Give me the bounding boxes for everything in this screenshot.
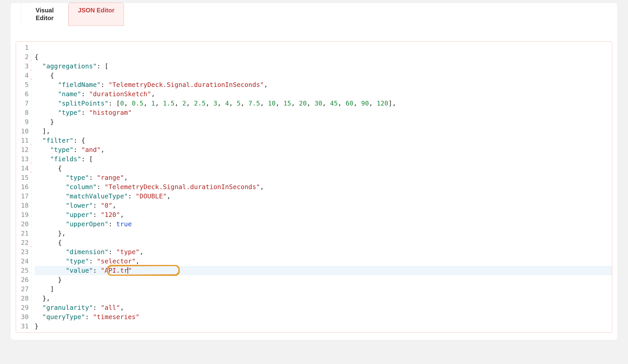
code-line[interactable]: "lower": "0", — [35, 201, 612, 210]
code-token: 30 — [315, 100, 322, 107]
code-token: "DOUBLE" — [136, 192, 167, 200]
code-token: "durationSketch" — [89, 90, 151, 98]
code-token — [35, 174, 66, 181]
code-token: "aggregations" — [42, 62, 97, 70]
code-line[interactable]: "type": "range", — [35, 173, 612, 182]
line-number: 28 — [16, 294, 31, 303]
code-token: "granularity" — [42, 304, 93, 311]
code-token: : — [81, 90, 89, 98]
code-line[interactable]: "value": "API.tr" — [35, 266, 612, 275]
code-token: } — [35, 276, 62, 284]
code-line[interactable]: "filter": { — [35, 136, 612, 145]
tab-visual-editor[interactable]: Visual Editor — [21, 3, 68, 26]
code-token: , — [241, 100, 248, 107]
code-token: }, — [35, 230, 66, 237]
code-line[interactable]: ] — [35, 285, 612, 294]
code-line[interactable]: "name": "durationSketch", — [35, 90, 612, 99]
code-token: , — [112, 202, 116, 209]
code-line[interactable]: }, — [35, 229, 612, 238]
code-line[interactable]: "type": "selector", — [35, 257, 612, 266]
code-token: : [ — [108, 100, 120, 107]
code-token: : — [128, 192, 136, 200]
code-token: 90 — [361, 100, 369, 107]
code-token: "type" — [50, 146, 73, 153]
editor-code-area[interactable]: { "aggregations": [ { "fieldName": "Tele… — [32, 42, 612, 333]
code-token: } — [35, 118, 54, 126]
editor-card: Visual Editor JSON Editor 12⌄3⌄4⌄5678910… — [10, 3, 618, 340]
line-number: 5 — [16, 80, 31, 90]
code-token: , — [143, 100, 151, 107]
tab-json-editor[interactable]: JSON Editor — [68, 3, 124, 26]
code-token: "upper" — [66, 211, 93, 219]
code-token: 7.5 — [248, 100, 260, 107]
code-line[interactable]: } — [35, 117, 612, 127]
code-token: : — [93, 304, 101, 311]
code-token: : — [89, 257, 97, 265]
code-token: 0.5 — [132, 100, 143, 107]
code-token: : [ — [97, 62, 108, 70]
code-line[interactable]: { — [35, 52, 612, 62]
code-line[interactable]: "column": "TelemetryDeck.Signal.duration… — [35, 182, 612, 192]
code-line[interactable]: }, — [35, 294, 612, 303]
code-token: , — [260, 183, 264, 191]
code-line[interactable]: "type": "histogram" — [35, 108, 612, 117]
code-token: 1 — [151, 100, 155, 107]
code-line[interactable]: "fields": [ — [35, 155, 612, 164]
code-token — [35, 220, 66, 228]
code-token: : — [74, 146, 81, 153]
code-line[interactable]: "dimension": "type", — [35, 247, 612, 257]
code-token: "selector" — [97, 257, 136, 265]
line-number: 18 — [16, 201, 31, 210]
code-line[interactable]: { — [35, 238, 612, 247]
code-token: : — [81, 109, 89, 116]
code-line[interactable]: { — [35, 164, 612, 173]
code-line[interactable]: "upper": "120", — [35, 210, 612, 220]
code-line[interactable]: "type": "and", — [35, 145, 612, 155]
code-token — [35, 100, 58, 107]
code-line[interactable]: { — [35, 71, 612, 80]
code-line[interactable]: "fieldName": "TelemetryDeck.Signal.durat… — [35, 80, 612, 90]
line-number: 12 — [16, 145, 31, 155]
code-token: "queryType" — [42, 313, 85, 321]
code-token — [35, 90, 58, 98]
code-line[interactable] — [35, 43, 612, 52]
code-line[interactable]: "aggregations": [ — [35, 62, 612, 71]
code-token: "all" — [101, 304, 120, 311]
line-number: 30 — [16, 312, 31, 322]
code-line[interactable]: "queryType": "timeseries" — [35, 312, 612, 322]
code-token: 20 — [299, 100, 307, 107]
code-token: "upperOpen" — [66, 220, 108, 228]
code-token: "type" — [66, 174, 89, 181]
tabs: Visual Editor JSON Editor — [21, 3, 617, 26]
code-line[interactable]: "matchValueType": "DOUBLE", — [35, 192, 612, 201]
json-code-editor[interactable]: 12⌄3⌄4⌄567891011⌄1213⌄14⌄151617181920212… — [16, 41, 612, 333]
code-token: , — [206, 100, 213, 107]
code-token: , — [136, 257, 139, 265]
code-token: 120 — [377, 100, 388, 107]
code-line[interactable]: "upperOpen": true — [35, 220, 612, 229]
line-number: 21 — [16, 229, 31, 238]
code-token: "and" — [81, 146, 101, 153]
line-number: 17 — [16, 192, 31, 201]
code-line[interactable]: } — [35, 322, 612, 331]
code-line[interactable]: "splitPoints": [0, 0.5, 1, 1.5, 2, 2.5, … — [35, 99, 612, 108]
code-token: "range" — [97, 174, 124, 181]
code-token: : — [93, 267, 101, 274]
line-number: 6 — [16, 90, 31, 99]
line-number: 20 — [16, 220, 31, 229]
code-token: , — [155, 100, 163, 107]
code-token: 0 — [120, 100, 124, 107]
code-line[interactable]: } — [35, 275, 612, 285]
code-token — [35, 211, 66, 219]
line-number: 27 — [16, 285, 31, 294]
code-token: "fields" — [50, 155, 81, 163]
code-token: ], — [388, 100, 396, 107]
code-line[interactable]: "granularity": "all", — [35, 303, 612, 312]
code-token: : — [93, 211, 101, 219]
code-token: , — [120, 304, 124, 311]
line-number: 7 — [16, 99, 31, 108]
code-token: { — [35, 53, 38, 61]
line-number: 3⌄ — [16, 62, 31, 71]
code-line[interactable]: ], — [35, 127, 612, 136]
code-token: 15 — [283, 100, 291, 107]
